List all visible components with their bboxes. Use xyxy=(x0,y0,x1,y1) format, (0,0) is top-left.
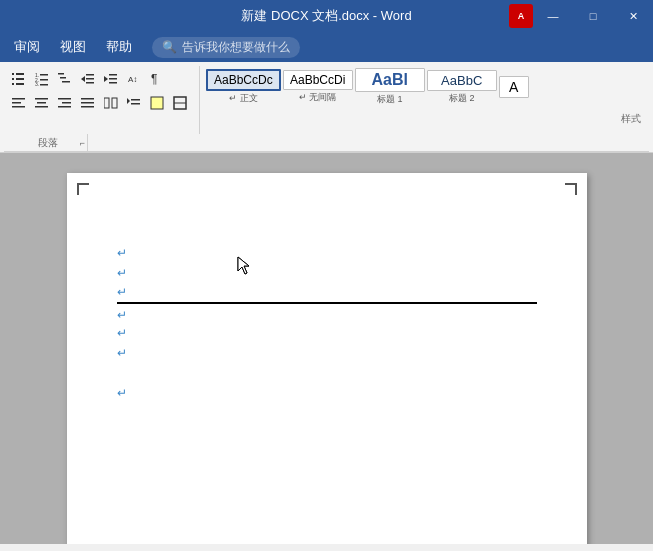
line-7: ↵ xyxy=(117,383,537,403)
list-section: 1.2.3. A↕ ¶ xyxy=(4,66,200,134)
svg-marker-19 xyxy=(104,76,108,82)
style-zhengwen[interactable]: AaBbCcDc xyxy=(206,69,281,91)
svg-rect-17 xyxy=(86,78,94,80)
svg-rect-34 xyxy=(81,98,94,100)
window-controls: — □ ✕ xyxy=(533,0,653,32)
svg-text:¶: ¶ xyxy=(151,72,157,86)
pilcrow-4: ↵ xyxy=(117,308,127,322)
svg-rect-0 xyxy=(12,73,14,75)
svg-rect-1 xyxy=(16,73,24,75)
align-left-btn[interactable] xyxy=(8,92,30,114)
style-biaoti1-label: 标题 1 xyxy=(377,93,403,106)
svg-rect-13 xyxy=(60,77,66,79)
svg-rect-42 xyxy=(151,97,163,109)
svg-rect-11 xyxy=(40,84,48,86)
style-wujian[interactable]: AaBbCcDi xyxy=(283,70,353,90)
svg-marker-39 xyxy=(127,98,130,104)
svg-rect-21 xyxy=(109,78,117,80)
page-corner-tr xyxy=(565,183,577,195)
svg-rect-32 xyxy=(62,102,71,104)
svg-rect-29 xyxy=(37,102,46,104)
ribbon: 1.2.3. A↕ ¶ xyxy=(0,62,653,153)
justify-btn[interactable] xyxy=(77,92,99,114)
menu-item-help[interactable]: 帮助 xyxy=(96,34,142,60)
svg-rect-36 xyxy=(81,106,94,108)
svg-rect-40 xyxy=(131,99,140,101)
svg-rect-27 xyxy=(12,106,25,108)
style-biaoti1[interactable]: AaBl xyxy=(355,68,425,92)
svg-rect-2 xyxy=(12,78,14,80)
paragraph-section-label: 段落 ⌐ xyxy=(8,134,88,151)
svg-rect-26 xyxy=(12,102,21,104)
minimize-button[interactable]: — xyxy=(533,0,573,32)
list-multilevel-btn[interactable] xyxy=(54,68,76,90)
list-number-btn[interactable]: 1.2.3. xyxy=(31,68,53,90)
page-corner-tl xyxy=(77,183,89,195)
svg-rect-31 xyxy=(58,98,71,100)
svg-rect-41 xyxy=(131,103,140,105)
menu-bar: 审阅 视图 帮助 🔍 告诉我你想要做什么 xyxy=(0,32,653,62)
line-2: ↵ xyxy=(117,263,537,283)
maximize-button[interactable]: □ xyxy=(573,0,613,32)
style-more[interactable]: A xyxy=(499,76,529,98)
acrobat-icon: A xyxy=(509,4,533,28)
line-6: ↵ xyxy=(117,343,537,363)
svg-text:3.: 3. xyxy=(35,81,39,86)
style-zhengwen-label: ↵ 正文 xyxy=(229,92,258,105)
paragraph-expand-icon[interactable]: ⌐ xyxy=(80,138,85,148)
pilcrow-7: ↵ xyxy=(117,386,127,400)
svg-rect-5 xyxy=(16,83,24,85)
svg-rect-9 xyxy=(40,79,48,81)
search-placeholder: 告诉我你想要做什么 xyxy=(182,39,290,56)
svg-rect-28 xyxy=(35,98,48,100)
shading-btn[interactable] xyxy=(146,92,168,114)
svg-rect-14 xyxy=(62,81,70,83)
window-title: 新建 DOCX 文档.docx - Word xyxy=(241,7,411,25)
style-wujian-label: ↵ 无间隔 xyxy=(299,91,337,104)
svg-rect-7 xyxy=(40,74,48,76)
pilcrow-2: ↵ xyxy=(117,266,127,280)
decrease-indent-btn[interactable] xyxy=(77,68,99,90)
close-button[interactable]: ✕ xyxy=(613,0,653,32)
align-right-btn[interactable] xyxy=(54,92,76,114)
svg-rect-22 xyxy=(109,82,117,84)
pilcrow-3: ↵ xyxy=(117,285,127,299)
line-5: ↵ xyxy=(117,323,537,343)
search-icon: 🔍 xyxy=(162,40,177,54)
column-layout-btn[interactable] xyxy=(100,92,122,114)
style-biaoti2[interactable]: AaBbC xyxy=(427,70,497,91)
pilcrow-6: ↵ xyxy=(117,346,127,360)
search-box[interactable]: 🔍 告诉我你想要做什么 xyxy=(152,37,300,58)
svg-rect-4 xyxy=(12,83,14,85)
menu-item-review[interactable]: 审阅 xyxy=(4,34,50,60)
pilcrow-btn[interactable]: ¶ xyxy=(146,68,168,90)
menu-item-view[interactable]: 视图 xyxy=(50,34,96,60)
svg-text:A↕: A↕ xyxy=(128,75,137,84)
title-bar: 新建 DOCX 文档.docx - Word A — □ ✕ xyxy=(0,0,653,32)
pilcrow-5: ↵ xyxy=(117,326,127,340)
svg-rect-16 xyxy=(86,74,94,76)
align-center-btn[interactable] xyxy=(31,92,53,114)
border-btn[interactable] xyxy=(169,92,191,114)
ribbon-labels: 段落 ⌐ xyxy=(4,134,649,152)
line-1: ↵ xyxy=(117,243,537,263)
svg-rect-37 xyxy=(104,98,109,108)
svg-rect-3 xyxy=(16,78,24,80)
pilcrow-1: ↵ xyxy=(117,246,127,260)
styles-section-label: 样式 xyxy=(206,112,645,126)
line-spacing-btn[interactable] xyxy=(123,92,145,114)
svg-marker-15 xyxy=(81,76,85,82)
svg-rect-30 xyxy=(35,106,48,108)
style-biaoti2-label: 标题 2 xyxy=(449,92,475,105)
svg-rect-38 xyxy=(112,98,117,108)
styles-section: AaBbCcDc ↵ 正文 AaBbCcDi ↵ 无间隔 AaBl 标题 xyxy=(202,66,649,128)
sort-btn[interactable]: A↕ xyxy=(123,68,145,90)
line-4: ↵ xyxy=(117,303,537,323)
svg-rect-25 xyxy=(12,98,25,100)
svg-rect-12 xyxy=(58,73,64,75)
list-bullet-btn[interactable] xyxy=(8,68,30,90)
increase-indent-btn[interactable] xyxy=(100,68,122,90)
svg-rect-18 xyxy=(86,82,94,84)
svg-rect-20 xyxy=(109,74,117,76)
document-area: ↵ ↵ ↵ ↵ ↵ ↵ ↵ xyxy=(0,153,653,544)
